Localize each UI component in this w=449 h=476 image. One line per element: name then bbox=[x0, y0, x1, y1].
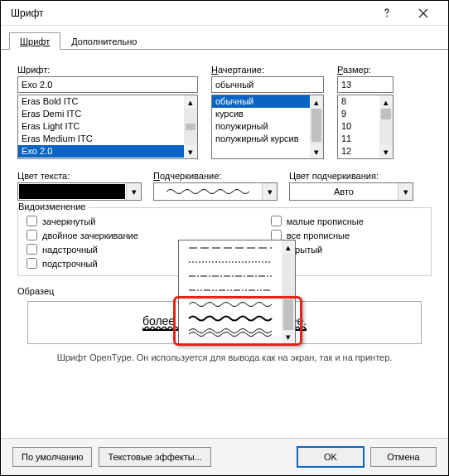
checkbox-super[interactable]: надстрочный bbox=[27, 244, 138, 255]
checkbox-strike[interactable]: зачеркнутый bbox=[27, 216, 138, 226]
underline-color-label: Цвет подчеркивания: bbox=[289, 171, 413, 181]
list-item[interactable]: курсив bbox=[212, 108, 310, 120]
font-label: Шрифт: bbox=[17, 65, 198, 75]
underline-dropdown[interactable]: ▴▾ bbox=[178, 240, 296, 344]
list-item[interactable]: 12 bbox=[338, 145, 379, 158]
scrollbar[interactable]: ▴▾ bbox=[379, 95, 393, 158]
list-item[interactable]: 8 bbox=[338, 95, 379, 108]
textfx-button[interactable]: Текстовые эффекты... bbox=[99, 447, 211, 467]
help-button[interactable] bbox=[369, 2, 405, 25]
button-bar: По умолчанию Текстовые эффекты... OK Отм… bbox=[1, 438, 448, 475]
underline-color-combo[interactable]: Авто ▾ bbox=[289, 182, 413, 201]
list-item[interactable]: Exo 2.0 bbox=[18, 145, 184, 158]
list-item[interactable]: обычный bbox=[212, 95, 310, 108]
color-swatch bbox=[19, 184, 125, 199]
underline-option[interactable] bbox=[179, 283, 282, 297]
effects-label: Видоизменение bbox=[18, 202, 89, 211]
underline-option[interactable] bbox=[179, 269, 282, 283]
footnote: Шрифт OpenType. Он используется для выво… bbox=[17, 352, 432, 362]
underline-option[interactable] bbox=[179, 255, 282, 269]
underline-combo[interactable]: ▾ bbox=[153, 182, 278, 201]
titlebar: Шрифт bbox=[1, 1, 448, 26]
style-label: Начертание: bbox=[211, 65, 324, 75]
size-label: Размер: bbox=[337, 65, 393, 75]
size-input[interactable] bbox=[337, 76, 393, 93]
tab-advanced[interactable]: Дополнительно bbox=[60, 32, 147, 50]
ok-button[interactable]: OK bbox=[297, 447, 364, 467]
list-item[interactable]: Eras Bold ITC bbox=[18, 95, 184, 108]
chevron-down-icon: ▾ bbox=[126, 183, 141, 200]
list-item[interactable]: Eras Medium ITC bbox=[18, 133, 184, 145]
font-color-combo[interactable]: ▾ bbox=[17, 182, 142, 201]
list-item[interactable]: 10 bbox=[338, 120, 379, 133]
checkbox-dstrike[interactable]: двойное зачеркивание bbox=[27, 230, 138, 240]
list-item[interactable]: Eras Demi ITC bbox=[18, 108, 184, 120]
list-item[interactable]: полужирный bbox=[212, 120, 310, 133]
underline-option[interactable] bbox=[179, 240, 282, 255]
checkbox-smallcaps[interactable]: малые прописные bbox=[271, 216, 364, 226]
wavy-line-icon bbox=[154, 187, 262, 196]
underline-label: Подчеркивание: bbox=[153, 171, 278, 181]
checkbox-sub[interactable]: подстрочный bbox=[27, 258, 138, 269]
style-list[interactable]: обычный курсив полужирный полужирный кур… bbox=[211, 95, 324, 159]
font-input[interactable] bbox=[17, 76, 198, 93]
underline-option[interactable] bbox=[179, 311, 282, 325]
style-input[interactable] bbox=[211, 76, 324, 93]
list-item[interactable]: 11 bbox=[338, 133, 379, 145]
underline-option[interactable] bbox=[179, 297, 282, 311]
list-item[interactable]: Eras Light ITC bbox=[18, 120, 184, 133]
tab-font[interactable]: Шрифт bbox=[9, 32, 60, 50]
scrollbar[interactable]: ▴▾ bbox=[310, 95, 323, 158]
sample-label: Образец bbox=[17, 286, 54, 296]
chevron-down-icon: ▾ bbox=[262, 183, 277, 200]
scrollbar[interactable]: ▴▾ bbox=[282, 240, 295, 343]
default-button[interactable]: По умолчанию bbox=[12, 447, 92, 467]
chevron-down-icon: ▾ bbox=[398, 183, 413, 200]
scrollbar[interactable]: ▴▾ bbox=[184, 95, 197, 158]
font-color-label: Цвет текста: bbox=[17, 171, 142, 181]
list-item[interactable]: 9 bbox=[338, 108, 379, 120]
tabs: Шрифт Дополнительно bbox=[1, 26, 448, 50]
list-item[interactable]: полужирный курсив bbox=[212, 133, 310, 145]
cancel-button[interactable]: Отмена bbox=[370, 447, 437, 467]
font-list[interactable]: Eras Bold ITC Eras Demi ITC Eras Light I… bbox=[17, 95, 198, 159]
close-button[interactable] bbox=[405, 2, 442, 25]
underline-option[interactable] bbox=[179, 325, 282, 339]
size-list[interactable]: 8 9 10 11 12 ▴▾ bbox=[337, 95, 393, 159]
window-title: Шрифт bbox=[11, 7, 369, 19]
